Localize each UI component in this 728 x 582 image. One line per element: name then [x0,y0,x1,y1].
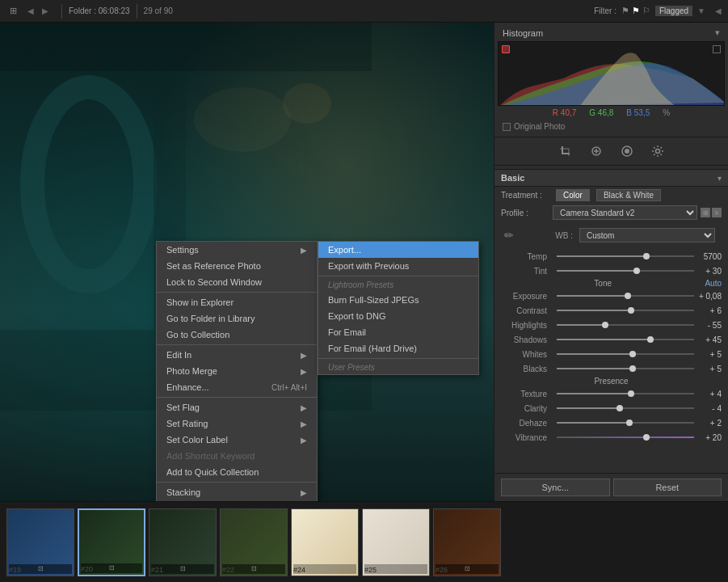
whites-value: + 5 [697,350,722,359]
masking-icon[interactable] [618,142,636,160]
highlights-value: - 55 [697,321,722,330]
submenu-export-dng[interactable]: Export to DNG [318,308,478,324]
flag-reject-icon[interactable]: ⚐ [642,6,650,16]
nav-arrows: ◀ ▶ [24,5,52,18]
count-label: 29 of 90 [144,6,173,15]
tool-icons-row [494,137,728,166]
filmstrip-thumb-21[interactable]: #21 ⊡ [149,508,217,576]
grid-icon-2[interactable]: ≡ [712,208,722,217]
highlights-label: Highlights [501,321,553,330]
submenu-burn-jpegs[interactable]: Burn Full-Sized JPEGs [318,292,478,308]
vibrance-slider[interactable] [557,436,694,438]
tone-auto-button[interactable]: Auto [705,279,722,288]
histogram-collapse-icon[interactable]: ▾ [715,27,720,38]
whites-slider[interactable] [557,353,694,355]
original-photo-label: Original Photo [514,122,565,131]
clarity-row: Clarity - 4 [494,401,728,415]
g-value: G 46,8 [589,108,613,117]
filmstrip-thumb-20[interactable]: #20 ⊡ [78,508,145,576]
grid-icon-1[interactable]: ⊞ [701,208,710,217]
sync-button[interactable]: Sync... [501,479,610,496]
menu-go-folder[interactable]: Go to Folder in Library [157,310,317,327]
profile-label: Profile : [501,209,549,217]
treatment-label: Treatment : [501,191,549,200]
submenu-export-item[interactable]: Export... [318,242,478,258]
submenu-for-email-hd[interactable]: For Email (Hard Drive) [318,340,478,356]
export-submenu: Export... Export with Previous Lightroom… [318,241,479,375]
filter-expand-icon[interactable]: ▼ [697,6,705,15]
tint-label: Tint [501,267,553,276]
flag-white-icon[interactable]: ⚑ [621,6,629,16]
profile-select[interactable]: Camera Standard v2 [553,205,697,220]
contrast-row: Contrast + 6 [494,303,728,318]
top-toolbar: ⊞ ◀ ▶ Folder : 06:08:23 29 of 90 Filter … [0,0,728,23]
texture-label: Texture [501,390,553,399]
filmstrip-thumb-22[interactable]: #22 ⊡ [220,508,288,576]
exposure-slider[interactable] [557,295,694,297]
menu-stacking[interactable]: Stacking ▶ [157,484,317,500]
basic-title: Basic [501,173,524,183]
basic-panel: Basic ▾ Treatment : Color Black & White … [494,166,728,473]
submenu-sep-1 [318,276,478,276]
contrast-slider[interactable] [557,310,694,311]
filmstrip-thumb-19[interactable]: #19 ⊡ [6,508,74,576]
histogram-title: Histogram [503,28,543,38]
submenu-export-previous[interactable]: Export with Previous [318,258,478,274]
temp-slider[interactable] [557,255,694,257]
menu-photo-merge[interactable]: Photo Merge ▶ [157,363,317,379]
filmstrip-thumb-26[interactable]: #26 ⊡ [433,508,501,576]
texture-slider[interactable] [557,393,694,394]
sync-reset-row: Sync... Reset [494,473,728,501]
crop-icon[interactable] [557,142,574,160]
tone-title: Tone [501,279,705,288]
percent-label: % [663,108,670,117]
histogram-panel: Histogram ▾ [494,23,728,137]
filmstrip-thumb-25[interactable]: #25 ⊡ [362,508,430,576]
flag-active-icon[interactable]: ⚑ [632,6,640,16]
filmstrip-thumb-24[interactable]: #24 ⊡ [291,508,359,576]
histogram-canvas [498,41,725,106]
menu-lock-second[interactable]: Lock to Second Window [157,274,317,290]
menu-set-rating[interactable]: Set Rating ▶ [157,415,317,432]
menu-create-virtual[interactable]: Create Virtual Copy [157,500,317,501]
menu-set-reference[interactable]: Set as Reference Photo [157,258,317,274]
menu-show-explorer[interactable]: Show in Explorer [157,294,317,310]
menu-edit-in[interactable]: Edit In ▶ [157,347,317,363]
menu-add-quick[interactable]: Add to Quick Collection [157,464,317,480]
shadows-value: + 45 [697,335,722,344]
dehaze-slider[interactable] [557,422,694,424]
prev-arrow[interactable]: ◀ [24,5,37,18]
menu-enhance[interactable]: Enhance... Ctrl+ Alt+I [157,379,317,395]
highlights-slider[interactable] [557,324,694,326]
menu-sep-3 [157,397,317,398]
menu-go-collection[interactable]: Go to Collection [157,327,317,343]
grid-icon[interactable]: ⊞ [6,5,19,18]
submenu-for-email[interactable]: For Email [318,324,478,340]
blacks-slider[interactable] [557,368,694,369]
shadows-slider[interactable] [557,339,694,340]
original-photo-checkbox[interactable] [503,123,511,131]
menu-arrow-merge: ▶ [301,367,307,376]
wb-select[interactable]: Custom [579,228,715,242]
clarity-slider[interactable] [557,407,694,409]
tint-slider[interactable] [557,270,694,272]
settings-icon[interactable] [649,142,667,160]
menu-settings[interactable]: Settings ▶ [157,242,317,258]
menu-set-color[interactable]: Set Color Label ▶ [157,432,317,448]
exposure-row: Exposure + 0,08 [494,289,728,303]
reset-button[interactable]: Reset [613,479,722,496]
next-arrow[interactable]: ▶ [39,5,52,18]
profile-grid-icons: ⊞ ≡ [701,208,722,217]
menu-arrow-flag: ▶ [301,403,307,412]
basic-collapse-icon[interactable]: ▾ [717,174,722,183]
flagged-badge[interactable]: Flagged [655,6,692,16]
healing-icon[interactable] [587,142,605,160]
presence-title: Presence [501,377,722,386]
dehaze-value: + 2 [697,419,722,428]
menu-sep-4 [157,482,317,483]
menu-set-flag[interactable]: Set Flag ▶ [157,399,317,415]
eyedropper-icon[interactable]: ✏ [501,224,517,247]
panel-right-icon[interactable]: ◀ [715,6,722,15]
bw-button[interactable]: Black & White [596,189,661,201]
color-button[interactable]: Color [556,189,590,201]
